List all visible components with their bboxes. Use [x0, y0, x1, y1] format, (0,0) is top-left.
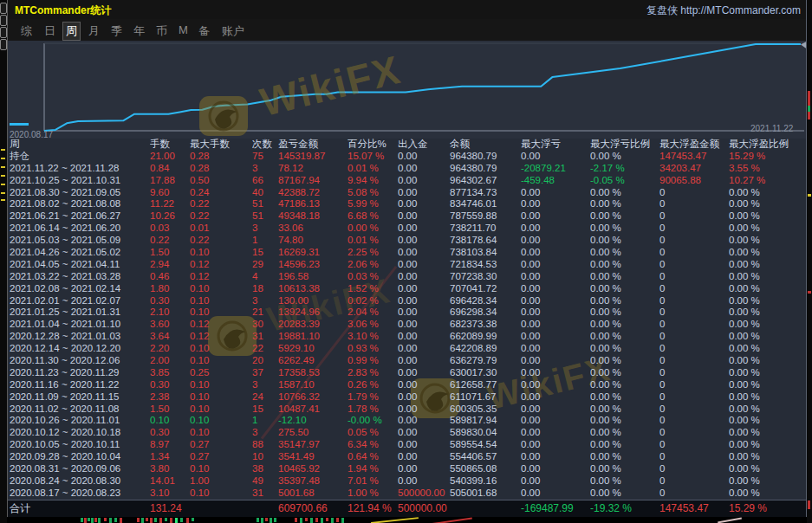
menu-item-6[interactable]: 年 — [131, 23, 147, 40]
table-row[interactable]: 2020.11.16 ~ 2020.11.220.300.1031587.100… — [8, 379, 806, 391]
table-row-cell: 2021.11.22 ~ 2021.11.28 — [10, 163, 150, 175]
brand-link[interactable]: 复盘侠 http://MTCommander.com — [646, 3, 801, 18]
table-row-cell: 0.00 — [521, 271, 590, 283]
table-row[interactable]: 2020.08.31 ~ 2020.09.063.800.103810465.9… — [8, 463, 806, 475]
menu-item-5[interactable]: 季 — [108, 23, 125, 40]
table-row-cell: 0.00 % — [590, 210, 659, 223]
table-row-cell: 0.00 % — [729, 487, 806, 500]
table-row-cell: 0.00 % — [590, 391, 659, 404]
table-row[interactable]: 2020.12.28 ~ 2021.01.033.640.123119881.1… — [8, 331, 806, 343]
total-row-cell: 131.24 — [150, 500, 190, 517]
table-row[interactable]: 2020.10.12 ~ 2020.10.180.300.103275.500.… — [8, 427, 806, 439]
table-row-cell: 0.00 — [398, 451, 450, 463]
table-row[interactable]: 2021.06.14 ~ 2021.06.200.030.01333.060.0… — [8, 223, 806, 235]
table-row-cell: 10465.92 — [278, 463, 348, 475]
table-row-cell: 0 — [659, 487, 729, 500]
table-row-cell: 589830.04 — [450, 427, 521, 439]
table-row-cell: 3 — [252, 427, 278, 439]
candle-fragment — [141, 518, 144, 523]
table-row-cell: 2021.01.25 ~ 2021.01.31 — [10, 307, 150, 319]
candle-fragment — [137, 518, 140, 522]
menu-item-8[interactable]: M — [176, 23, 191, 37]
table-row-cell: 2021.03.22 ~ 2021.03.28 — [10, 271, 150, 283]
table-row-cell: 10487.41 — [278, 404, 348, 416]
table-row-cell: 0 — [659, 259, 729, 271]
table-row[interactable]: 2020.11.30 ~ 2020.12.062.000.10206262.49… — [8, 355, 806, 367]
table-row-cell: 0.10 — [190, 379, 252, 391]
title-bar[interactable]: MTCommander统计 复盘侠 http://MTCommander.com — [8, 0, 806, 19]
table-row[interactable]: 2020.09.28 ~ 2020.10.041.340.27103541.49… — [8, 451, 806, 463]
total-row-cell: -169487.99 — [521, 500, 590, 517]
table-row[interactable]: 2021.08.02 ~ 2021.08.0811.220.225147186.… — [8, 198, 806, 210]
table-row-cell: 0.46 — [150, 271, 190, 283]
table-row-cell: 0.00 % — [729, 355, 806, 367]
candle-fragment — [109, 518, 112, 523]
table-row-cell: 31 — [252, 331, 278, 343]
table-row-cell: 5.99 % — [348, 198, 398, 210]
table-row-cell: 1.52 % — [348, 283, 398, 295]
table-row-cell: 0 — [659, 283, 729, 295]
menu-item-4[interactable]: 月 — [86, 23, 102, 40]
candle-fragment — [331, 518, 334, 523]
table-row[interactable]: 2020.10.05 ~ 2020.10.118.970.278835147.9… — [8, 439, 806, 451]
menu-item-3[interactable]: 周 — [63, 23, 80, 40]
table-row[interactable]: 2021.01.04 ~ 2021.01.103.600.123020283.3… — [8, 319, 806, 331]
menu-item-7[interactable]: 币 — [153, 23, 170, 40]
menu-item-9[interactable]: 备 — [196, 23, 212, 40]
table-row[interactable]: 2021.02.08 ~ 2021.02.141.800.101810613.3… — [8, 283, 806, 295]
total-row[interactable]: 合计131.24609700.66121.94 %500000.00-16948… — [8, 500, 806, 517]
table-row-cell: 0.00 % — [590, 151, 659, 163]
table-row-cell: 17.88 — [150, 175, 190, 187]
candle-fragment — [295, 518, 297, 522]
table-row-cell: 18 — [252, 283, 278, 295]
table-row[interactable]: 2021.03.22 ~ 2021.03.280.460.124196.580.… — [8, 271, 806, 283]
table-row-cell: 34203.47 — [659, 163, 729, 175]
menu-item-10[interactable]: 账户 — [219, 23, 247, 40]
table-row[interactable]: 持仓21.000.2875145319.8715.07 %0.00964380.… — [8, 151, 806, 163]
table-row[interactable]: 2020.11.02 ~ 2020.11.081.500.101510487.4… — [8, 404, 806, 416]
menu-item-2[interactable]: 日 — [42, 23, 58, 40]
table-row[interactable]: 2021.06.21 ~ 2021.06.2710.260.225149348.… — [8, 210, 806, 223]
table-row[interactable]: 2020.12.14 ~ 2020.12.202.200.10225929.10… — [8, 343, 806, 355]
table-row-cell: 0.00 — [398, 187, 450, 199]
table-row-cell: 0 — [659, 235, 729, 247]
table-row-cell: 130.00 — [278, 295, 348, 307]
table-row-cell: 0.00 — [398, 210, 450, 223]
table-row[interactable]: 2020.10.26 ~ 2020.11.010.100.101-12.10-0… — [8, 415, 806, 427]
candle-fragment — [310, 518, 313, 523]
table-row[interactable]: 2021.10.25 ~ 2021.10.3117.880.506687167.… — [8, 175, 806, 187]
table-row-cell: 2021.08.30 ~ 2021.09.05 — [10, 187, 150, 199]
candle-fragment — [180, 518, 183, 522]
table-row-cell: 0.00 % — [729, 404, 806, 416]
table-row[interactable]: 2020.11.09 ~ 2020.11.152.380.102410766.3… — [8, 391, 806, 404]
menu-item-1[interactable]: 综 — [18, 23, 35, 40]
candle-fragment — [146, 518, 148, 521]
candle-fragment — [808, 291, 811, 294]
table-row-cell: 38 — [252, 463, 278, 475]
table-row[interactable]: 2021.02.01 ~ 2021.02.070.300.103130.000.… — [8, 295, 806, 307]
table-row-cell: 3 — [252, 163, 278, 175]
table-row-cell: 1.00 % — [348, 487, 398, 500]
table-row-cell: 0.10 — [190, 283, 252, 295]
table-row[interactable]: 2020.08.17 ~ 2020.08.233.100.10315001.68… — [8, 487, 806, 500]
candle-fragment — [91, 518, 94, 523]
equity-chart[interactable]: 2020.08.17 2021.11.22 — [8, 41, 806, 139]
table-row[interactable]: 2021.04.26 ~ 2021.05.021.500.101516269.3… — [8, 247, 806, 259]
table-row-cell: 0 — [659, 247, 729, 259]
table-row[interactable]: 2021.08.30 ~ 2021.09.059.600.244042388.7… — [8, 187, 806, 199]
table-row-cell: 877134.73 — [450, 187, 521, 199]
table-row[interactable]: 2020.08.24 ~ 2020.08.3014.011.004935397.… — [8, 475, 806, 487]
table-row[interactable]: 2021.04.05 ~ 2021.04.112.940.122914596.2… — [8, 259, 806, 271]
table-row-cell: 0.00 % — [590, 307, 659, 319]
table-row-cell: 0.00 % — [729, 223, 806, 235]
table-row-cell: 0.64 % — [348, 451, 398, 463]
table-row[interactable]: 2021.11.22 ~ 2021.11.280.840.28378.120.0… — [8, 163, 806, 175]
table-row-cell: 0.10 — [190, 355, 252, 367]
table-header-row-cell: 出入金 — [398, 139, 450, 151]
table-row[interactable]: 2021.05.03 ~ 2021.05.090.220.22174.800.0… — [8, 235, 806, 247]
table-row-cell: 0.00 % — [590, 283, 659, 295]
table-row[interactable]: 2020.11.23 ~ 2020.11.293.850.253717358.5… — [8, 367, 806, 379]
table-row[interactable]: 2021.01.25 ~ 2021.01.312.100.102113924.9… — [8, 307, 806, 319]
table-row-cell: 275.50 — [278, 427, 348, 439]
table-header-row-cell: 最大手数 — [190, 139, 252, 151]
